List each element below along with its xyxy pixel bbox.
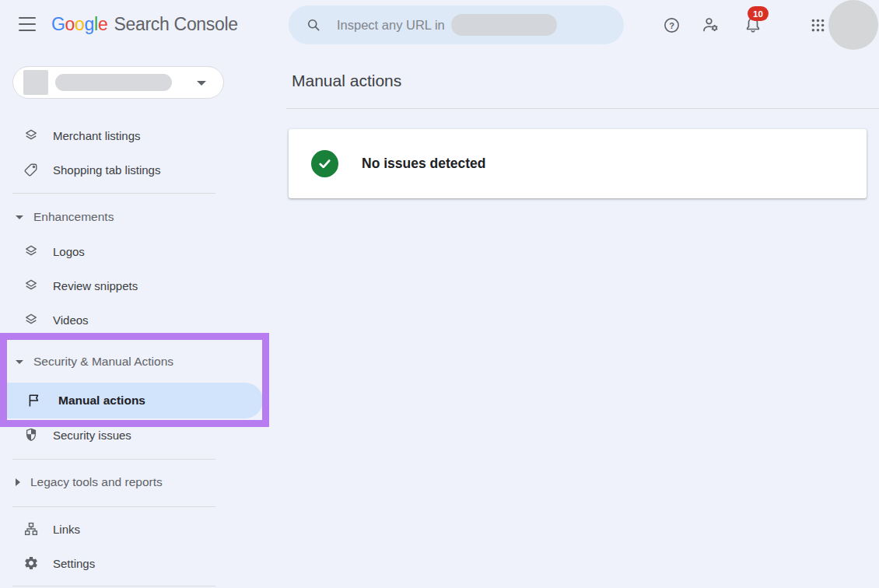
chevron-down-icon <box>197 81 206 86</box>
notification-count-badge: 10 <box>748 6 769 21</box>
layers-icon <box>23 278 39 293</box>
google-logo: Google <box>51 14 107 35</box>
redacted-property-name <box>55 74 172 91</box>
sidebar-item-label: Security issues <box>53 429 131 442</box>
logo-letter: g <box>85 14 95 34</box>
logo-letter: G <box>51 14 65 34</box>
status-card: No issues detected <box>289 129 867 198</box>
sidebar-item-settings[interactable]: Settings <box>0 546 227 580</box>
chevron-down-icon <box>16 360 23 364</box>
sidebar-item-videos[interactable]: Videos <box>0 303 227 337</box>
page-title: Manual actions <box>292 72 401 90</box>
sidebar-item-label: Shopping tab listings <box>53 163 160 177</box>
sidebar-divider <box>12 193 215 194</box>
sidebar-item-label: Logos <box>53 245 85 258</box>
logo-letter: o <box>65 14 75 34</box>
tag-icon <box>23 162 39 177</box>
shield-icon <box>23 427 39 443</box>
search-icon <box>306 17 321 33</box>
sidebar-item-review-snippets[interactable]: Review snippets <box>0 268 227 303</box>
property-selector[interactable] <box>12 66 224 99</box>
user-gear-icon <box>702 16 720 34</box>
sidebar-section-label: Security & Manual Actions <box>33 355 173 369</box>
redacted-property-pill <box>451 14 557 36</box>
avatar[interactable] <box>828 0 878 50</box>
apps-grid-icon <box>810 17 826 33</box>
status-message: No issues detected <box>362 156 486 172</box>
sidebar-item-label: Manual actions <box>58 394 145 408</box>
logo-letter: e <box>98 14 108 34</box>
sidebar-divider <box>12 586 215 586</box>
hamburger-menu-icon[interactable] <box>19 17 36 31</box>
sidebar-item-label: Videos <box>53 313 89 327</box>
app-logo: Google Search Console <box>51 0 238 48</box>
search-placeholder: Inspect any URL in <box>337 18 445 33</box>
sidebar-item-label: Review snippets <box>53 279 138 292</box>
sidebar-item-links[interactable]: Links <box>0 512 227 546</box>
sidebar-divider <box>12 459 215 460</box>
sidebar-item-security-issues[interactable]: Security issues <box>0 418 227 452</box>
sidebar-item-manual-actions[interactable]: Manual actions <box>7 383 263 418</box>
sidebar-section-security-manual-actions[interactable]: Security & Manual Actions <box>0 345 227 379</box>
sidebar-item-shopping-tab-listings[interactable]: Shopping tab listings <box>0 152 227 187</box>
sidebar-divider <box>12 506 215 507</box>
svg-text:?: ? <box>669 20 674 30</box>
sidebar-section-enhancements[interactable]: Enhancements <box>0 200 227 234</box>
layers-icon <box>23 128 39 143</box>
flag-icon <box>26 393 41 408</box>
sidebar-item-merchant-listings[interactable]: Merchant listings <box>0 118 227 152</box>
help-button[interactable]: ? <box>656 9 687 40</box>
gear-icon <box>23 555 39 571</box>
success-check-icon <box>311 150 338 177</box>
sitemap-icon <box>23 521 39 537</box>
header-divider <box>286 108 879 109</box>
sidebar-item-label: Merchant listings <box>53 129 141 142</box>
layers-icon <box>23 312 39 327</box>
logo-letter: o <box>75 14 85 34</box>
sidebar-section-label: Legacy tools and reports <box>30 475 163 489</box>
chevron-right-icon <box>16 478 20 486</box>
layers-icon <box>23 243 39 259</box>
sidebar-section-legacy-tools[interactable]: Legacy tools and reports <box>0 465 227 499</box>
property-favicon <box>23 70 48 95</box>
sidebar-item-label: Links <box>53 523 80 536</box>
sidebar-section-label: Enhancements <box>33 210 114 224</box>
sidebar-item-logos[interactable]: Logos <box>0 234 227 268</box>
chevron-down-icon <box>16 215 23 219</box>
help-icon: ? <box>663 16 681 34</box>
sidebar-item-label: Settings <box>53 557 95 570</box>
url-inspect-search-input[interactable]: Inspect any URL in <box>289 5 624 44</box>
user-settings-button[interactable] <box>695 9 727 40</box>
product-name: Search Console <box>114 14 237 35</box>
